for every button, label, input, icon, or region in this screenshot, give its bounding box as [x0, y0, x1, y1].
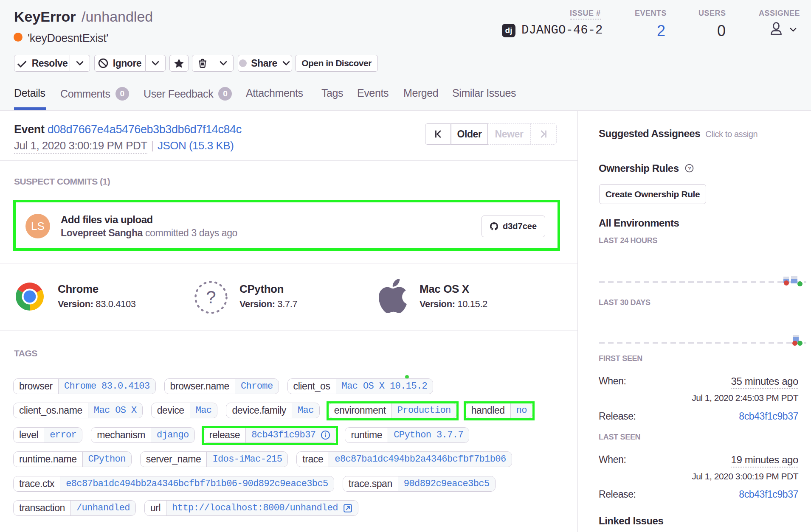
svg-text:?: ?	[688, 165, 691, 171]
